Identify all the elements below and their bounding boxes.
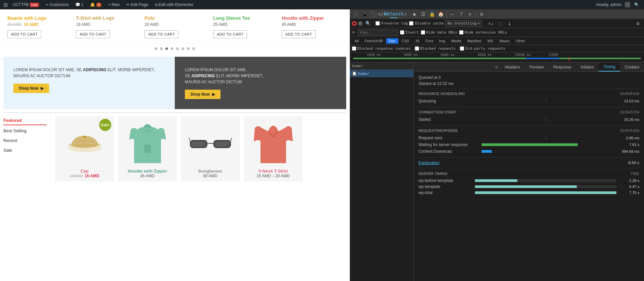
- edit-elementor-bar-item[interactable]: ⧉ Edit with Elementor: [152, 0, 196, 9]
- dt-tab-preview[interactable]: Preview: [525, 63, 549, 72]
- dt-sep-4: [476, 11, 476, 17]
- dt-detail-close-btn[interactable]: ✕: [495, 64, 498, 70]
- dt-clear-requests-icon[interactable]: ⬚: [496, 19, 504, 28]
- vneck-name[interactable]: V-Neck T-Shirt: [258, 169, 288, 174]
- dt-application-icon[interactable]: ☰: [419, 10, 427, 18]
- dt-tab-cookies[interactable]: Cookies: [620, 63, 644, 72]
- dt-type-fetch[interactable]: Fetch/XHR: [362, 38, 386, 44]
- dt-record-btn[interactable]: ●: [352, 21, 357, 26]
- dt-explanation-link[interactable]: Explanation: [418, 160, 440, 165]
- dot-1[interactable]: [155, 47, 157, 50]
- shop-now-light-btn[interactable]: Shop Now ▶: [13, 84, 49, 93]
- tab-best-selling[interactable]: Best Selling: [3, 127, 47, 135]
- dt-lighthouse-icon[interactable]: 🏠: [437, 10, 445, 18]
- dt-console-icon[interactable]: ⬛: [369, 10, 377, 18]
- dt-settings-icon[interactable]: ⚙: [478, 10, 486, 18]
- dot-3[interactable]: [165, 47, 168, 50]
- dt-third-party-checkbox[interactable]: [460, 46, 464, 51]
- dt-security-icon[interactable]: 🔒: [428, 10, 436, 18]
- dt-type-img[interactable]: Img: [436, 38, 448, 44]
- dt-type-media[interactable]: Media: [448, 38, 464, 44]
- dt-preserve-log-checkbox[interactable]: [375, 21, 380, 26]
- tab-sale[interactable]: Sale: [3, 146, 47, 154]
- admin-avatar[interactable]: [625, 2, 630, 7]
- dt-no-throttle-btn[interactable]: No throttling ▾: [445, 20, 482, 27]
- products-row: Beanie with Logo 20 AMD 18 AMD ADD TO CA…: [0, 9, 350, 43]
- add-to-cart-btn-2[interactable]: ADD TO CART: [76, 30, 110, 38]
- comments-bar-item[interactable]: 💬 1: [73, 0, 86, 9]
- product-name-3[interactable]: Polo: [145, 15, 205, 21]
- dt-blocked-cookies-checkbox[interactable]: [352, 46, 356, 51]
- dt-invert-checkbox[interactable]: [400, 30, 404, 35]
- devtools-panel: ⬚ 📱 ⬛ </> Network ⚡ ◉ ☰ 🔒 🏠 ⋯ ? ✕ ⚙ ● ⊘ …: [350, 9, 644, 281]
- dt-type-doc[interactable]: Doc: [386, 38, 398, 44]
- dt-network-tab-icon[interactable]: Network: [390, 10, 398, 18]
- dt-performance-icon[interactable]: ⚡: [402, 10, 410, 18]
- dt-blocked-requests-checkbox[interactable]: [415, 46, 419, 51]
- carousel-dots: [0, 43, 350, 54]
- dt-type-css[interactable]: CSS: [399, 38, 412, 44]
- sunglasses-name[interactable]: Sunglasses: [198, 169, 222, 174]
- product-price-old-1: 20 AMD: [7, 22, 22, 27]
- dt-inspect-icon[interactable]: ⬚: [352, 10, 360, 18]
- dt-import-export-icon[interactable]: ↑↓: [487, 19, 495, 28]
- add-to-cart-btn-4[interactable]: ADD TO CART: [213, 30, 247, 38]
- dt-topbar: ⬚ 📱 ⬛ </> Network ⚡ ◉ ☰ 🔒 🏠 ⋯ ? ✕ ⚙: [350, 9, 644, 19]
- dt-preserve-log-label: Preserve log: [375, 21, 408, 26]
- dt-tab-initiator[interactable]: Initiator: [576, 63, 599, 72]
- dt-search-icon[interactable]: 🔍: [365, 21, 371, 26]
- dt-export-icon[interactable]: ⤓: [506, 19, 514, 28]
- dt-clear-btn[interactable]: ⊘: [358, 21, 363, 26]
- dt-type-wasm[interactable]: Wasm: [497, 38, 513, 44]
- site-name-bar-item[interactable]: UCTTFB Live: [10, 0, 42, 9]
- add-to-cart-btn-5[interactable]: ADD TO CART: [282, 30, 316, 38]
- dt-filter-input[interactable]: [358, 30, 398, 36]
- dt-hide-data-urls-checkbox[interactable]: [421, 30, 425, 35]
- dt-content-download-bar-container: [482, 150, 610, 153]
- product-name-5[interactable]: Hoodie with Zipper: [282, 15, 342, 21]
- dt-tab-response[interactable]: Response: [549, 63, 576, 72]
- product-name-1[interactable]: Beanie with Logo: [7, 15, 68, 21]
- dt-detail-pane: ✕ Headers Preview Response Initiator Tim…: [414, 62, 644, 281]
- dot-2[interactable]: [160, 47, 163, 50]
- dt-type-all[interactable]: All: [352, 38, 361, 44]
- dt-device-icon[interactable]: 📱: [361, 10, 369, 18]
- dt-more-icon[interactable]: ⋯: [448, 10, 456, 18]
- dt-type-font[interactable]: Font: [423, 38, 436, 44]
- dt-network-settings-icon[interactable]: ⚙: [634, 19, 642, 28]
- dt-disable-cache-checkbox[interactable]: [409, 21, 413, 26]
- dt-type-js[interactable]: JS: [412, 38, 422, 44]
- tab-recent[interactable]: Recent: [3, 136, 47, 145]
- product-name-2[interactable]: T-Shirt with Logo: [76, 15, 136, 21]
- dt-req-row-home[interactable]: 📄 home/: [350, 70, 413, 77]
- hoodie-name[interactable]: Hoodie with Zipper: [128, 169, 167, 174]
- dt-tab-timing[interactable]: Timing: [599, 63, 620, 72]
- dt-queued-at-row: Queued at 0: [418, 75, 639, 80]
- search-bar-item[interactable]: 🔍: [632, 0, 642, 9]
- notifications-bar-item[interactable]: 🔔 0: [87, 0, 104, 9]
- dot-4[interactable]: [171, 47, 173, 50]
- dt-hide-ext-urls-checkbox[interactable]: [459, 30, 464, 35]
- dt-close-icon[interactable]: ✕: [466, 10, 474, 18]
- wp-logo-icon[interactable]: ⊞: [2, 1, 9, 8]
- product-name-4[interactable]: Long Sleeve Tee: [213, 15, 274, 21]
- add-to-cart-btn-1[interactable]: ADD TO CART: [7, 30, 41, 38]
- dot-6[interactable]: [182, 47, 184, 50]
- dt-tab-headers[interactable]: Headers: [500, 63, 525, 72]
- dt-type-manifest[interactable]: Manifest: [465, 38, 484, 44]
- dot-5[interactable]: [176, 47, 179, 50]
- new-bar-item[interactable]: + New: [106, 0, 122, 9]
- dt-memory-icon[interactable]: ◉: [410, 10, 418, 18]
- dot-7[interactable]: [187, 47, 190, 50]
- shop-now-dark-btn[interactable]: Shop Now ▶: [185, 90, 220, 99]
- featured-section: Featured Best Selling Recent Sale Sale!: [3, 112, 346, 182]
- customize-bar-item[interactable]: ✏ Customize: [43, 0, 72, 9]
- dt-type-other[interactable]: Other: [513, 38, 528, 44]
- edit-page-bar-item[interactable]: ✏ Edit Page: [124, 0, 151, 9]
- dt-help-icon[interactable]: ?: [457, 10, 465, 18]
- add-to-cart-btn-3[interactable]: ADD TO CART: [145, 30, 178, 38]
- dot-8[interactable]: [192, 47, 195, 50]
- tab-featured[interactable]: Featured: [3, 116, 47, 125]
- cap-name[interactable]: Cap: [80, 169, 89, 174]
- dt-type-ws[interactable]: WS: [485, 38, 496, 44]
